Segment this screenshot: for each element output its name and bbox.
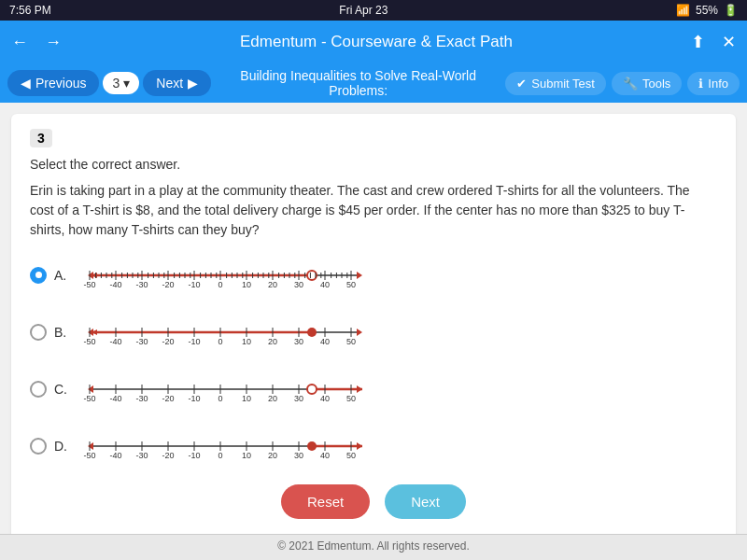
copyright-text: © 2021 Edmentum. All rights reserved. [277, 539, 470, 553]
radio-a[interactable] [30, 267, 47, 284]
svg-text:20: 20 [268, 337, 277, 346]
svg-text:40: 40 [320, 280, 330, 289]
wifi-icon: 📶 [676, 4, 690, 17]
svg-text:-40: -40 [109, 337, 121, 346]
svg-marker-97 [88, 385, 93, 393]
close-icon[interactable]: ✕ [722, 32, 736, 52]
svg-text:20: 20 [268, 394, 277, 403]
option-d-label[interactable]: D. [30, 438, 73, 455]
svg-marker-70 [357, 329, 362, 336]
tools-icon: 🔧 [623, 77, 638, 91]
question-num-display: 3 [112, 76, 120, 91]
main-content: 3 Select the correct answer. Erin is tak… [0, 103, 747, 534]
question-number-selector[interactable]: 3 ▾ [103, 72, 139, 94]
option-b-row: B. -50 -40 -30 -20 -10 0 [30, 312, 717, 352]
svg-text:-20: -20 [162, 280, 174, 289]
next-label-nav: Next [156, 76, 183, 91]
option-a-label[interactable]: A. [30, 267, 73, 284]
svg-marker-101 [357, 386, 362, 392]
instruction-text: Select the correct answer. [30, 157, 717, 172]
submit-label: Submit Test [531, 77, 595, 91]
info-button[interactable]: ℹ Info [687, 72, 740, 95]
next-button[interactable]: Next [385, 484, 466, 519]
title-bar: ← → Edmentum - Courseware & Exact Path ⬆… [0, 21, 747, 63]
svg-text:30: 30 [294, 451, 303, 460]
svg-text:50: 50 [346, 394, 356, 403]
option-a-row: A. [30, 255, 717, 295]
reset-button[interactable]: Reset [281, 484, 370, 519]
nav-bar: ◀ Previous 3 ▾ Next ▶ Building Inequalit… [0, 63, 747, 103]
svg-text:-50: -50 [83, 280, 95, 289]
svg-text:-50: -50 [83, 394, 95, 403]
svg-text:-10: -10 [188, 394, 200, 403]
previous-arrow-icon: ◀ [21, 76, 31, 91]
next-button-nav[interactable]: Next ▶ [143, 70, 211, 96]
svg-text:40: 40 [320, 394, 330, 403]
option-b-number-line: -50 -40 -30 -20 -10 0 10 20 30 40 50 [80, 312, 370, 352]
option-c-row: C. -50 -40 -30 -20 [30, 369, 717, 409]
svg-text:-20: -20 [162, 337, 174, 346]
svg-text:-10: -10 [188, 451, 200, 460]
option-c-letter: C. [54, 382, 73, 397]
svg-text:30: 30 [294, 337, 303, 346]
svg-text:50: 50 [346, 337, 356, 346]
svg-text:-10: -10 [188, 337, 200, 346]
title-bar-nav: ← → [11, 33, 62, 52]
svg-point-128 [307, 441, 317, 451]
option-c-number-line: -50 -40 -30 -20 -10 0 10 20 30 40 50 [80, 369, 370, 409]
submit-test-button[interactable]: ✔ Submit Test [505, 72, 606, 95]
svg-text:-40: -40 [109, 451, 121, 460]
svg-text:10: 10 [242, 451, 251, 460]
option-c-label[interactable]: C. [30, 381, 73, 398]
battery-display: 55% [696, 4, 718, 17]
share-icon[interactable]: ⬆ [691, 32, 705, 52]
number-line-a-svg: -50 -40 -30 -20 -10 0 10 20 30 40 50 [80, 255, 370, 292]
svg-text:20: 20 [268, 280, 277, 289]
check-icon: ✔ [516, 77, 527, 91]
previous-button[interactable]: ◀ Previous [7, 70, 99, 96]
option-b-letter: B. [54, 325, 73, 340]
radio-c[interactable] [30, 381, 47, 398]
svg-text:40: 40 [320, 451, 330, 460]
question-number-badge: 3 [30, 129, 52, 147]
svg-text:20: 20 [268, 451, 277, 460]
svg-text:-50: -50 [83, 337, 95, 346]
status-icons: 📶 55% 🔋 [676, 4, 738, 17]
back-button[interactable]: ← [11, 33, 28, 52]
svg-text:10: 10 [242, 337, 251, 346]
time-display: 7:56 PM [9, 4, 51, 17]
number-line-c-svg: -50 -40 -30 -20 -10 0 10 20 30 40 50 [80, 369, 370, 406]
question-text: Erin is taking part in a play at the com… [30, 181, 717, 240]
svg-point-100 [307, 385, 317, 394]
svg-text:-30: -30 [135, 451, 148, 460]
radio-b[interactable] [30, 324, 47, 341]
tools-button[interactable]: 🔧 Tools [612, 72, 682, 95]
info-icon: ℹ [698, 77, 703, 91]
option-d-letter: D. [54, 439, 73, 454]
svg-text:0: 0 [218, 280, 222, 289]
option-d-number-line: -50 -40 -30 -20 -10 0 10 20 30 40 50 [80, 426, 370, 466]
svg-text:-30: -30 [135, 280, 148, 289]
svg-point-72 [307, 328, 317, 337]
title-bar-actions: ⬆ ✕ [691, 32, 736, 52]
svg-text:0: 0 [218, 394, 222, 403]
svg-text:-10: -10 [188, 280, 200, 289]
tools-label: Tools [642, 77, 670, 91]
svg-text:50: 50 [346, 451, 356, 460]
svg-text:-40: -40 [109, 280, 121, 289]
chevron-down-icon: ▾ [123, 76, 130, 91]
action-buttons: Reset Next [30, 484, 717, 519]
svg-text:50: 50 [346, 280, 356, 289]
svg-text:10: 10 [242, 394, 251, 403]
option-b-label[interactable]: B. [30, 324, 73, 341]
forward-button[interactable]: → [45, 33, 62, 52]
svg-text:30: 30 [294, 394, 303, 403]
svg-text:-50: -50 [83, 451, 95, 460]
question-card: 3 Select the correct answer. Erin is tak… [11, 114, 736, 534]
app-title: Edmentum - Courseware & Exact Path [240, 33, 513, 51]
radio-d[interactable] [30, 438, 47, 455]
svg-text:0: 0 [218, 337, 222, 346]
svg-text:-20: -20 [162, 451, 174, 460]
svg-text:-30: -30 [135, 337, 148, 346]
option-a-letter: A. [54, 268, 73, 283]
